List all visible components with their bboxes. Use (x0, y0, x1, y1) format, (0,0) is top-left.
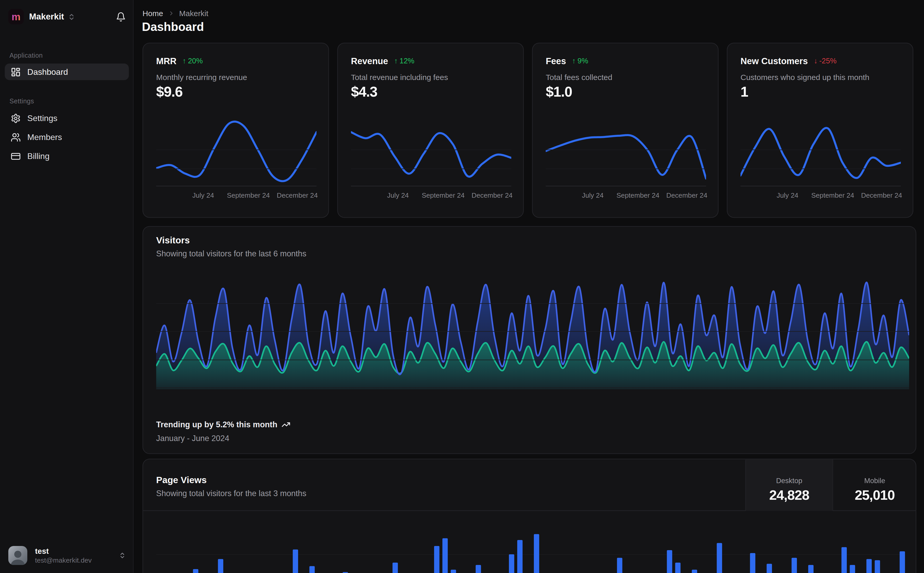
bar (808, 565, 814, 573)
bar (343, 572, 348, 573)
chevrons-up-down-icon (119, 552, 126, 559)
breadcrumb-home-link[interactable]: Home (143, 9, 163, 18)
stat-card-mrr: MRR ↑ 20% Monthly recurring revenue $9.6… (143, 42, 329, 218)
stat-sparkline-chart (156, 116, 317, 186)
page-title: Dashboard (142, 20, 204, 34)
stat-description: Total fees collected (546, 73, 612, 82)
sidebar-item-settings[interactable]: Settings (5, 110, 129, 127)
axis-tick: September 24 (422, 192, 464, 199)
toggle-desktop-value: 24,828 (769, 488, 809, 502)
visitors-footer-trend: Trending up by 5.2% this month (156, 420, 277, 429)
trend-value: 20% (188, 56, 203, 65)
section-label-settings: Settings (9, 97, 34, 105)
user-name: test (35, 547, 92, 555)
main-content: Home Makerkit Dashboard MRR ↑ 20% Monthl… (134, 0, 924, 573)
sidebar-item-billing[interactable]: Billing (5, 148, 129, 164)
bar (475, 565, 481, 573)
toggle-desktop-label: Desktop (776, 477, 802, 484)
visitors-subtitle: Showing total visitors for the last 6 mo… (156, 249, 306, 258)
bar (692, 570, 697, 573)
stat-card-revenue: Revenue ↑ 12% Total revenue including fe… (337, 42, 524, 218)
bar (900, 551, 905, 573)
axis-tick: December 24 (277, 192, 318, 199)
toggle-mobile-value: 25,010 (855, 488, 895, 502)
credit-card-icon (11, 151, 21, 161)
stat-description: Customers who signed up this month (740, 73, 869, 82)
stat-value: $4.3 (351, 84, 377, 100)
stat-description: Monthly recurring revenue (156, 73, 247, 82)
toggle-mobile[interactable]: Mobile 25,010 (833, 459, 916, 511)
section-label-application: Application (9, 52, 43, 59)
bar (841, 547, 847, 573)
stat-x-axis: July 24 September 24 December 24 (546, 192, 706, 200)
user-menu[interactable]: test test@makerkit.dev (8, 542, 126, 568)
trend-arrow-icon: ↑ (572, 56, 576, 65)
bar (509, 554, 515, 573)
bar (791, 558, 797, 573)
bar (675, 563, 681, 573)
logo-letter: m (11, 12, 20, 22)
page-views-subtitle: Showing total visitors for the last 3 mo… (156, 489, 306, 498)
breadcrumb-current[interactable]: Makerkit (179, 9, 208, 18)
bar (717, 543, 722, 573)
stat-label: Revenue (351, 56, 388, 66)
chevron-right-icon (168, 10, 174, 17)
page-views-card: Page Views Showing total visitors for th… (143, 459, 916, 573)
workspace-name: Makerkit (29, 12, 64, 22)
axis-tick: September 24 (617, 192, 659, 199)
sidebar-item-label: Settings (27, 113, 57, 123)
axis-tick: December 24 (472, 192, 513, 199)
trend-arrow-icon: ↓ (814, 56, 817, 65)
breadcrumb: Home Makerkit (143, 9, 208, 18)
bar (750, 553, 756, 573)
avatar (8, 546, 27, 565)
stat-description: Total revenue including fees (351, 73, 448, 82)
stat-sparkline-chart (546, 116, 706, 186)
toggle-desktop[interactable]: Desktop 24,828 (745, 459, 833, 511)
visitors-title: Visitors (156, 235, 190, 246)
bar (442, 538, 448, 573)
stat-label: Fees (546, 56, 566, 66)
stat-trend-badge: ↓ -25% (814, 56, 837, 65)
stat-trend-badge: ↑ 12% (394, 56, 414, 65)
bar (767, 564, 772, 573)
stat-card-fees: Fees ↑ 9% Total fees collected $1.0 July… (532, 42, 718, 218)
stat-card-new-customers: New Customers ↓ -25% Customers who signe… (727, 42, 913, 218)
trend-value: -25% (819, 56, 837, 65)
dashboard-page: m Makerkit Application Dashboard Setting… (0, 0, 924, 573)
bar (617, 558, 623, 573)
stat-x-axis: July 24 September 24 December 24 (351, 192, 511, 200)
stat-value: $9.6 (156, 84, 182, 100)
makerkit-logo: m (8, 9, 24, 24)
bar (850, 565, 855, 573)
bar (667, 550, 672, 573)
stat-trend-badge: ↑ 20% (182, 56, 203, 65)
visitors-card: Visitors Showing total visitors for the … (143, 226, 916, 454)
users-icon (11, 132, 21, 142)
bar (875, 560, 880, 573)
workspace-switcher[interactable]: m Makerkit (8, 8, 126, 25)
layout-dashboard-icon (11, 67, 21, 77)
stat-sparkline-chart (740, 116, 901, 186)
sidebar-item-label: Billing (27, 152, 49, 161)
bar (392, 563, 398, 573)
stat-trend-badge: ↑ 9% (572, 56, 588, 65)
visitors-area-chart (156, 272, 909, 389)
notifications-bell-icon[interactable] (116, 12, 126, 22)
stat-x-axis: July 24 September 24 December 24 (156, 192, 317, 200)
sidebar-item-members[interactable]: Members (5, 129, 129, 146)
axis-tick: September 24 (227, 192, 270, 199)
stat-x-axis: July 24 September 24 December 24 (740, 192, 901, 200)
stat-sparkline-chart (351, 116, 511, 186)
visitors-footer-range: January - June 2024 (156, 434, 229, 443)
bar (534, 534, 539, 573)
trend-arrow-icon: ↑ (394, 56, 398, 65)
stat-value: 1 (740, 84, 748, 100)
page-views-bar-chart (156, 512, 904, 573)
bar (309, 566, 315, 573)
axis-tick: July 24 (387, 192, 409, 199)
sidebar-item-dashboard[interactable]: Dashboard (5, 63, 129, 80)
trend-value: 12% (400, 56, 414, 65)
axis-tick: December 24 (667, 192, 708, 199)
axis-tick: December 24 (861, 192, 902, 199)
